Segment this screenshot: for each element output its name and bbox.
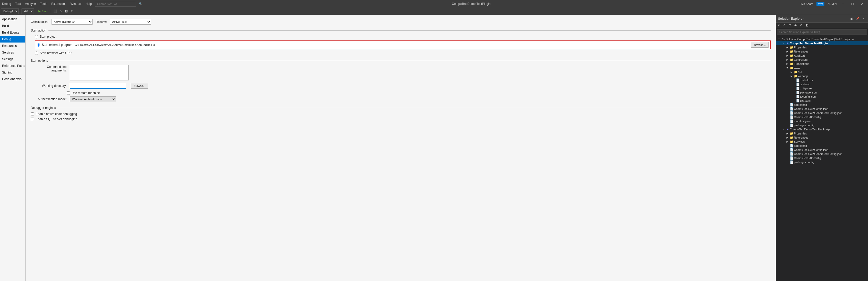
- tree-item-appstart[interactable]: ▶ 📁 AppStart: [776, 54, 868, 58]
- browse-external-button[interactable]: Browse...: [751, 42, 769, 48]
- solution-explorer-search[interactable]: [777, 29, 867, 35]
- enable-sql-checkbox[interactable]: [31, 117, 34, 121]
- browse-working-dir-button[interactable]: Browse...: [131, 83, 148, 89]
- start-button[interactable]: ▶ Start: [36, 9, 50, 13]
- tree-item-tsconfigjson[interactable]: 📄 tsconfig.json: [776, 95, 868, 99]
- working-dir-input[interactable]: [70, 83, 126, 89]
- toolbar-icon-4[interactable]: ⟳: [70, 9, 74, 13]
- webapp-label: webapp: [798, 74, 868, 78]
- toolbar-icon-3[interactable]: ◧: [64, 9, 69, 13]
- controllers-folder-icon: 📁: [789, 58, 794, 62]
- search-input[interactable]: [95, 1, 136, 7]
- tree-item-controllers[interactable]: ▶ 📁 Controllers: [776, 58, 868, 62]
- nav-build-events[interactable]: Build Events: [0, 29, 25, 36]
- se-pin-button[interactable]: 📌: [855, 16, 861, 21]
- config-dropdown[interactable]: Debug1: [1, 8, 19, 14]
- nav-debug[interactable]: Debug: [0, 36, 25, 42]
- eslintrc-label: .eslintrc: [800, 83, 868, 86]
- tree-item-references[interactable]: ▶ 📁 References: [776, 49, 868, 54]
- tree-item-computec-sap-config[interactable]: 📄 CompuTec.SAP.Config.json: [776, 107, 868, 111]
- user-avatar: MW: [816, 2, 825, 6]
- menu-test[interactable]: Test: [15, 2, 21, 6]
- menu-window[interactable]: Window: [70, 2, 82, 6]
- use-remote-checkbox[interactable]: [67, 92, 70, 95]
- toolbar-icon-2[interactable]: ▷: [59, 9, 63, 13]
- tree-item-api-computec-sap[interactable]: 📄 CompuTecSAP.config: [776, 156, 868, 160]
- se-filter-button[interactable]: ⚙: [799, 23, 804, 27]
- minimize-button[interactable]: ─: [840, 1, 846, 7]
- gitignore-label: .gitignore: [800, 87, 868, 90]
- tree-item-api-project[interactable]: ▼ ■ CompuTec.Demo.TestPlugin.Api: [776, 127, 868, 131]
- manifest-label: manifest.json: [794, 119, 868, 123]
- tree-item-appconfig[interactable]: 📄 app.config: [776, 103, 868, 107]
- se-close-button[interactable]: ✕: [862, 16, 866, 21]
- tree-item-packagejson[interactable]: 📄 package.json: [776, 91, 868, 95]
- se-sync-button[interactable]: ⇄: [777, 23, 781, 27]
- api-references-arrow: ▶: [785, 136, 789, 139]
- use-remote-row: Use remote machine: [31, 91, 771, 95]
- nav-application[interactable]: Application: [0, 16, 25, 23]
- tree-item-api-appconfig[interactable]: 📄 app.config: [776, 144, 868, 148]
- tree-item-ui5yaml[interactable]: 📄 ui5.yaml: [776, 99, 868, 103]
- nav-reference-paths[interactable]: Reference Paths: [0, 63, 25, 69]
- tree-item-api-sap-gen[interactable]: 📄 CompuTec.SAP.Generated.Config.json: [776, 152, 868, 156]
- api-properties-icon: 📁: [789, 132, 794, 135]
- start-project-radio[interactable]: [35, 35, 38, 38]
- api-sap-config-icon: 📄: [789, 148, 794, 152]
- menu-debug[interactable]: Debug: [2, 2, 11, 6]
- nav-services[interactable]: Services: [0, 49, 25, 56]
- tree-item-api-properties[interactable]: ▶ 📁 Properties: [776, 131, 868, 136]
- tree-item-api-services[interactable]: ▶ 📁 Services: [776, 140, 868, 144]
- se-collapse-button[interactable]: ⊟: [788, 23, 792, 27]
- tree-item-main-project[interactable]: ▼ ■ CompuTec.Demo.TestPlugin: [776, 41, 868, 45]
- tree-item-computec-sap-cfg[interactable]: 📄 CompuTecSAP.config: [776, 115, 868, 119]
- menu-help[interactable]: Help: [86, 2, 92, 6]
- tree-item-api-references[interactable]: ▶ 📁 References: [776, 136, 868, 140]
- external-program-input[interactable]: [75, 43, 750, 46]
- packagejson-label: package.json: [800, 91, 868, 94]
- platform-dropdown[interactable]: Active (x64): [110, 19, 151, 25]
- api-appconfig-label: app.config: [794, 144, 868, 147]
- se-view-button[interactable]: ◧: [805, 23, 809, 27]
- se-refresh-button[interactable]: ⟳: [782, 23, 787, 27]
- tree-item-src[interactable]: ▶ 📁 src: [776, 70, 868, 74]
- toolbar-icon-1[interactable]: ⬛: [52, 9, 58, 13]
- start-external-radio[interactable]: [37, 43, 40, 47]
- tree-item-www[interactable]: ▼ 📁 www: [776, 66, 868, 70]
- tree-item-computec-sap-gen[interactable]: 📄 CompuTec.SAP.Generated.Config.json: [776, 111, 868, 115]
- start-options-label: Start options: [31, 59, 48, 63]
- tree-item-manifest[interactable]: 📄 manifest.json: [776, 119, 868, 123]
- tree-item-packages-config[interactable]: 📄 packages.config: [776, 123, 868, 127]
- tree-item-properties[interactable]: ▶ 📁 Properties: [776, 45, 868, 49]
- tree-item-translations[interactable]: ▶ 📁 Translations: [776, 62, 868, 66]
- nav-signing[interactable]: Signing: [0, 69, 25, 76]
- start-browser-radio[interactable]: [35, 51, 38, 55]
- tree-item-webapp[interactable]: ▶ 📁 webapp: [776, 74, 868, 78]
- auth-mode-dropdown[interactable]: Windows Authentication: [70, 96, 116, 102]
- nav-resources[interactable]: Resources: [0, 42, 25, 49]
- tree-item-api-sap-config[interactable]: 📄 CompuTec.SAP.Config.json: [776, 148, 868, 152]
- close-button[interactable]: ✕: [859, 1, 866, 7]
- menu-tools[interactable]: Tools: [40, 2, 47, 6]
- nav-code-analysis[interactable]: Code Analysis: [0, 76, 25, 82]
- tree-item-eslintrc[interactable]: 📄 .eslintrc: [776, 82, 868, 86]
- live-share-label[interactable]: Live Share: [800, 2, 813, 5]
- se-toggle-button[interactable]: ◧: [849, 16, 854, 21]
- se-show-all-button[interactable]: 👁: [793, 23, 798, 27]
- cmd-args-textarea[interactable]: [70, 65, 129, 80]
- tree-item-api-packages[interactable]: 📄 packages.config: [776, 160, 868, 164]
- start-browser-label: Start browser with URL:: [40, 51, 72, 55]
- tree-item-gitignore[interactable]: 📄 .gitignore: [776, 86, 868, 91]
- menu-extensions[interactable]: Extensions: [51, 2, 66, 6]
- configuration-dropdown[interactable]: Active (Debug10): [52, 19, 93, 25]
- tree-item-solution[interactable]: ▼ 🗂 Solution 'CompuTec.Demo.TestPlugin' …: [776, 37, 868, 41]
- arch-dropdown[interactable]: x64: [22, 8, 34, 14]
- computec-sap-cfg-icon: 📄: [789, 115, 794, 119]
- nav-settings[interactable]: Settings: [0, 56, 25, 63]
- nav-build[interactable]: Build: [0, 23, 25, 29]
- tree-item-babelrc[interactable]: 📄 .babelrc.js: [776, 78, 868, 82]
- maximize-button[interactable]: □: [849, 1, 856, 7]
- menu-analyze[interactable]: Analyze: [25, 2, 36, 6]
- enable-native-checkbox[interactable]: [31, 112, 34, 116]
- api-project-arrow: ▼: [781, 128, 785, 131]
